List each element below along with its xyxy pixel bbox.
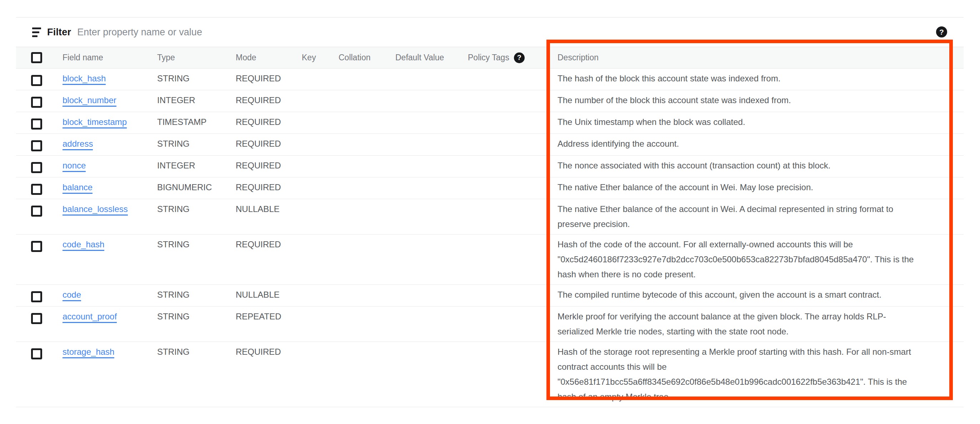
field-name-cell: code [62,285,157,306]
default-value-cell [395,342,468,407]
key-cell [302,235,339,285]
field-name-link[interactable]: block_timestamp [62,117,127,129]
collation-cell [339,235,395,285]
mode-cell: REQUIRED [236,134,302,156]
table-row: address STRING REQUIRED Address identify… [16,134,964,156]
field-name-link[interactable]: code [62,290,81,301]
table-header-row: Field name Type Mode Key Collation Defau… [16,47,964,68]
key-cell [302,177,339,199]
column-header-label: Type [157,53,175,62]
field-name-cell: block_number [62,90,157,112]
default-value-cell [395,90,468,112]
column-header-label: Key [302,53,316,62]
mode-cell: NULLABLE [236,199,302,235]
type-cell: STRING [157,285,236,306]
type-cell: STRING [157,199,236,235]
help-icon[interactable]: ? [936,26,947,38]
mode-cell: REQUIRED [236,235,302,285]
type-cell: STRING [157,68,236,90]
description-text: The native Ether balance of the account … [557,202,918,232]
field-name-cell: storage_hash [62,342,157,407]
schema-table-body: block_hash STRING REQUIRED The hash of t… [16,68,964,407]
row-checkbox[interactable] [31,206,42,217]
field-name-cell: nonce [62,156,157,177]
type-cell: INTEGER [157,156,236,177]
key-cell [302,134,339,156]
column-header-label: Mode [236,53,256,62]
policy-tags-cell [468,134,557,156]
page: { "filter_bar": { "label": "Filter", "pl… [0,0,980,424]
row-checkbox[interactable] [31,313,42,324]
row-checkbox[interactable] [31,348,42,359]
filter-input[interactable] [77,27,399,38]
policy-tags-help-icon[interactable]: ? [514,52,525,63]
column-header-label: Description [557,53,598,62]
default-value-cell [395,134,468,156]
row-select-cell [16,156,62,177]
type-cell: STRING [157,134,236,156]
row-select-cell [16,112,62,134]
default-value-cell [395,177,468,199]
type-cell: STRING [157,235,236,285]
schema-table: Field name Type Mode Key Collation Defau… [16,47,964,407]
field-name-link[interactable]: nonce [62,160,86,172]
row-select-cell [16,199,62,235]
description-text: Hash of the storage root representing a … [557,345,918,404]
table-row: nonce INTEGER REQUIRED The nonce associa… [16,156,964,177]
field-name-link[interactable]: block_hash [62,73,106,85]
description-cell: The native Ether balance of the account … [557,199,964,235]
key-cell [302,342,339,407]
row-select-cell [16,306,62,342]
field-name-link[interactable]: storage_hash [62,347,114,358]
table-row: balance_lossless STRING NULLABLE The nat… [16,199,964,235]
column-header-field-name: Field name [62,47,157,68]
schema-panel: Filter ? Field name Type Mode Key Collat… [16,17,964,407]
collation-cell [339,112,395,134]
filter-label: Filter [47,27,71,38]
column-header-key: Key [302,47,339,68]
key-cell [302,90,339,112]
mode-cell: REQUIRED [236,156,302,177]
select-all-checkbox[interactable] [31,52,42,63]
column-header-label: Policy Tags [468,53,509,62]
table-row: block_hash STRING REQUIRED The hash of t… [16,68,964,90]
policy-tags-cell [468,285,557,306]
row-checkbox[interactable] [31,184,42,195]
default-value-cell [395,112,468,134]
table-row: balance BIGNUMERIC REQUIRED The native E… [16,177,964,199]
description-cell: The Unix timestamp when the block was co… [557,112,964,134]
key-cell [302,199,339,235]
key-cell [302,306,339,342]
collation-cell [339,199,395,235]
row-checkbox[interactable] [31,75,42,86]
column-header-default-value: Default Value [395,47,468,68]
row-select-cell [16,342,62,407]
row-checkbox[interactable] [31,241,42,252]
description-text: The number of the block this account sta… [557,93,918,108]
policy-tags-cell [468,342,557,407]
field-name-link[interactable]: balance [62,183,92,194]
field-name-link[interactable]: block_number [62,95,116,107]
description-cell: The nonce associated with this account (… [557,156,964,177]
row-checkbox[interactable] [31,291,42,302]
row-checkbox[interactable] [31,162,42,173]
row-checkbox[interactable] [31,140,42,151]
default-value-cell [395,156,468,177]
field-name-cell: block_hash [62,68,157,90]
policy-tags-cell [468,156,557,177]
row-checkbox[interactable] [31,97,42,108]
field-name-link[interactable]: balance_lossless [62,204,128,216]
collation-cell [339,177,395,199]
policy-tags-cell [468,199,557,235]
row-checkbox[interactable] [31,119,42,130]
field-name-link[interactable]: code_hash [62,240,104,251]
table-row: code_hash STRING REQUIRED Hash of the co… [16,235,964,285]
row-select-cell [16,90,62,112]
description-text: The native Ether balance of the account … [557,180,918,195]
collation-cell [339,134,395,156]
key-cell [302,112,339,134]
table-row: block_number INTEGER REQUIRED The number… [16,90,964,112]
field-name-link[interactable]: address [62,139,93,150]
table-row: code STRING NULLABLE The compiled runtim… [16,285,964,306]
field-name-link[interactable]: account_proof [62,311,117,323]
